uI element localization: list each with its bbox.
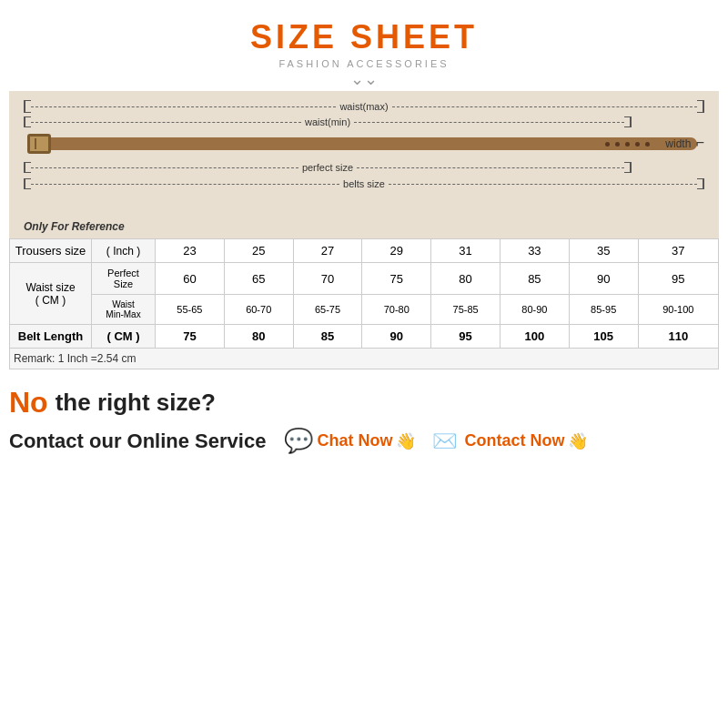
inch-label: ( Inch ) <box>92 239 156 263</box>
reference-note: Only For Reference <box>24 220 704 233</box>
contact-row: Contact our Online Service 💬 Chat Now 👋 … <box>9 427 719 455</box>
belt-length-cm: ( CM ) <box>92 325 156 349</box>
width-label: width <box>665 137 691 150</box>
no-size-question: the right size? <box>56 389 216 417</box>
bottom-section: No the right size? Contact our Online Se… <box>9 386 719 455</box>
hand-icon-chat: 👋 <box>396 431 416 451</box>
chat-icon: 💬 <box>284 427 313 455</box>
perfect-size-label: perfect size <box>302 162 353 173</box>
belts-size-label: belts size <box>343 178 385 189</box>
no-text: No <box>9 386 48 420</box>
waist-minmax-row: WaistMin-Max 55-65 60-70 65-75 70-80 75-… <box>10 295 719 325</box>
trousers-label: Trousers size <box>10 239 92 263</box>
waist-max-label: waist(max) <box>339 101 388 112</box>
main-title: SIZE SHEET <box>250 18 478 56</box>
contact-now-button[interactable]: Contact Now 👋 <box>464 431 588 451</box>
size-table: Trousers size ( Inch ) 23 25 27 29 31 33… <box>9 238 719 349</box>
chevron-icon: ⌄⌄ <box>250 71 478 87</box>
email-icon: ✉️ <box>432 430 457 453</box>
belt-length-label: Belt Length <box>10 325 92 349</box>
chat-now-button[interactable]: 💬 Chat Now 👋 <box>284 427 416 455</box>
waist-minmax-label: WaistMin-Max <box>92 295 156 325</box>
title-section: SIZE SHEET FASHION ACCESSORIES ⌄⌄ <box>250 18 478 87</box>
subtitle: FASHION ACCESSORIES <box>250 58 478 69</box>
chat-now-label: Chat Now <box>317 431 392 450</box>
waist-size-label: Waist size( CM ) <box>10 263 92 325</box>
no-size-row: No the right size? <box>9 386 719 420</box>
belt-length-row: Belt Length ( CM ) 75 80 85 90 95 100 10… <box>10 325 719 349</box>
perfect-size-cell: PerfectSize <box>92 263 156 295</box>
hand-icon-contact: 👋 <box>568 431 588 451</box>
contact-label: Contact our Online Service <box>9 430 266 453</box>
contact-now-label: Contact Now <box>464 431 564 450</box>
waist-perfect-row: Waist size( CM ) PerfectSize 60 65 70 75… <box>10 263 719 295</box>
waist-min-label: waist(min) <box>305 116 350 127</box>
belt-diagram: waist(max) waist(min) <box>9 91 719 238</box>
remark: Remark: 1 Inch =2.54 cm <box>9 349 719 369</box>
trousers-size-row: Trousers size ( Inch ) 23 25 27 29 31 33… <box>10 239 719 263</box>
